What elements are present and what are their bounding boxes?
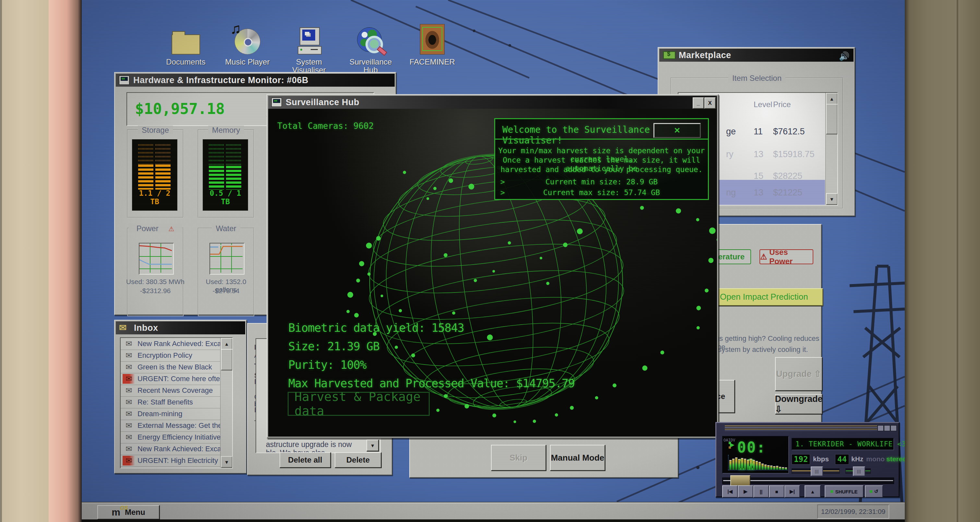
desktop-icon-music-player[interactable]: ♫Music Player — [220, 23, 275, 66]
inbox-list[interactable]: ✉New Rank Achieved: Excavato...✉Encrypti… — [120, 337, 233, 468]
balance-knob[interactable]: ||| — [853, 466, 865, 476]
delete-all-button[interactable]: Delete all — [280, 452, 331, 468]
minimize-button[interactable]: _ — [693, 97, 704, 109]
inbox-titlebar[interactable]: ✉ Inbox — [116, 321, 245, 334]
track-display[interactable]: 1. TEKRIDER - WORKLIFE <3:48> — [792, 438, 894, 450]
inbox-item[interactable]: ✉New Rank Achieved: Excavato... — [121, 443, 221, 455]
monitor-bezel-left — [49, 0, 82, 522]
water-group: Water Used: 1352.0 gallons -$278.54 — [198, 228, 254, 316]
balance-slider[interactable]: ||| — [845, 468, 871, 474]
envelope-icon: ✉ — [123, 421, 135, 431]
inbox-item[interactable]: ✉Recent News Coverage — [121, 385, 221, 397]
envelope-icon: ✉ — [123, 339, 135, 349]
samplerate-value: 44 — [835, 454, 849, 465]
repeat-button[interactable]: ↺ — [865, 485, 883, 498]
menu-button[interactable]: mOS Menu — [97, 505, 159, 519]
money-icon — [663, 51, 676, 59]
monitor-icon — [271, 98, 282, 107]
item-name-partial: ng — [726, 188, 736, 198]
play-indicator-icon: ▶ — [730, 441, 735, 448]
inbox-item[interactable]: ✉Energy Efficiency Initiative Upd... — [121, 431, 221, 444]
email-subject: New Rank Achieved: Excavato... — [137, 340, 233, 348]
shuffle-button[interactable]: SHUFFLE — [825, 485, 864, 498]
dialog-close-button[interactable]: ✕ — [654, 123, 701, 138]
room-wall-right — [905, 0, 980, 522]
dialog-body-line: harvested and added to your processing q… — [495, 165, 708, 174]
crt-screen: Documents♫Music PlayerSystemVisualiserSu… — [82, 0, 905, 522]
envelope-icon: ✉ — [119, 324, 130, 332]
memory-value: 0.5 / 1 TB — [203, 189, 248, 206]
inbox-item[interactable]: ✉Encryption Policy — [121, 350, 221, 362]
previous-track-button[interactable]: |◀ — [722, 485, 738, 498]
memory-label: Memory — [208, 126, 244, 134]
email-subject: Green is the New Black — [137, 363, 212, 371]
player-shade-icon[interactable] — [884, 425, 890, 431]
inbox-item[interactable]: ✉External Message: Get the edge... — [121, 420, 221, 432]
desktop-icon-system[interactable]: SystemVisualiser — [282, 23, 337, 74]
inbox-item[interactable]: ✉Green is the New Black — [121, 361, 221, 374]
player-close-icon[interactable] — [891, 425, 897, 431]
scroll-down-icon[interactable]: ▼ — [366, 439, 379, 451]
music-player: OAIDV ▶ 00: 12 1. TEKRIDER - WORKLIFE <3… — [715, 422, 900, 497]
inbox-item[interactable]: ✉Dream-mining — [121, 408, 221, 420]
inbox-item[interactable]: ✉URGENT: Come here often? — [121, 373, 221, 385]
desktop-icon-surveillance[interactable]: SurveillanceHub — [343, 23, 398, 74]
delete-button[interactable]: Delete — [335, 452, 381, 468]
seek-bar[interactable] — [722, 477, 894, 484]
marketplace-titlebar[interactable]: Marketplace 🔊 — [659, 49, 854, 62]
upgrade-button[interactable]: Upgrade ⇧ — [775, 357, 822, 391]
envelope-icon: ✉ — [123, 456, 135, 466]
player-titlebar[interactable] — [725, 426, 877, 431]
volume-knob[interactable]: ||| — [811, 466, 823, 476]
inbox-item[interactable]: ✉URGENT: High Electricity Usage — [121, 455, 221, 467]
next-track-button[interactable]: ▶| — [784, 485, 800, 498]
stop-button[interactable]: ■ — [769, 485, 784, 498]
desktop-icon-documents[interactable]: Documents — [158, 23, 213, 66]
scroll-thumb[interactable] — [826, 104, 838, 134]
memory-group: Memory 0.5 / 1 TB — [198, 129, 254, 218]
hardware-monitor-titlebar[interactable]: Hardware & Infrastructure Monitor: #06B — [116, 74, 395, 87]
marketplace-scrollbar[interactable]: ▲ ▼ — [825, 93, 837, 205]
scroll-up-icon[interactable]: ▲ — [826, 93, 838, 105]
icon-label: Documents — [158, 58, 213, 66]
clutterbar[interactable]: OAIDV — [724, 438, 728, 442]
item-price: $15918.75 — [773, 149, 815, 160]
storage-meter: 1.1 / 2 TB — [132, 139, 177, 211]
cd-icon: ♫ — [220, 23, 275, 54]
volume-slider[interactable]: ||| — [792, 468, 840, 474]
scroll-down-icon[interactable]: ▼ — [221, 456, 232, 468]
envelope-icon: ✉ — [123, 351, 135, 360]
column-price: Price — [773, 100, 791, 109]
harvest-package-button[interactable]: Harvest & Package data — [288, 392, 430, 416]
folder-icon — [158, 23, 213, 54]
surveillance-hub-titlebar[interactable]: Surveillance Hub _ X — [268, 96, 717, 109]
eject-button[interactable]: ▲ — [805, 485, 821, 498]
min-size-line: Current min size: 28.9 GB — [495, 177, 708, 186]
scroll-down-icon[interactable]: ▼ — [826, 193, 838, 205]
player-lcd: OAIDV ▶ 00: 12 — [722, 436, 789, 474]
skip-button[interactable]: Skip — [491, 445, 546, 471]
close-button[interactable]: X — [704, 97, 716, 109]
inbox-item[interactable]: ✉New Rank Achieved: Excavato... — [121, 338, 221, 350]
email-subject: URGENT: High Electricity Usage — [137, 457, 233, 465]
harvest-stat-line: Size: 21.39 GB — [288, 340, 379, 353]
bitrate-value: 192 — [792, 454, 810, 465]
balance-value: $10,957.18 — [135, 100, 225, 118]
inbox-window: ✉ Inbox ✉New Rank Achieved: Excavato...✉… — [114, 320, 247, 474]
inbox-item[interactable]: ✉Re: Staff Benefits — [121, 396, 221, 409]
downgrade-button[interactable]: Downgrade ⇩ — [775, 394, 822, 414]
desktop-icon-faceminer[interactable]: FACEMINER — [405, 23, 460, 66]
power-label: Power ⚠ — [129, 224, 182, 233]
globe-magnifier-icon — [343, 23, 398, 54]
speaker-icon[interactable]: 🔊 — [839, 51, 850, 61]
taskbar: mOS Menu 12/02/1999, 22:31:09 — [82, 503, 905, 519]
pause-button[interactable]: || — [753, 485, 769, 498]
welcome-dialog: Welcome to the Surveillance Visualiser! … — [494, 118, 709, 200]
inbox-scrollbar[interactable]: ▲ ▼ — [220, 338, 232, 468]
play-button[interactable]: ▶ — [738, 485, 753, 498]
scroll-thumb[interactable] — [221, 349, 232, 370]
manual-mode-button[interactable]: Manual Mode — [550, 445, 605, 471]
player-minimize-icon[interactable] — [878, 425, 884, 431]
seek-handle[interactable] — [730, 475, 750, 486]
scroll-up-icon[interactable]: ▲ — [221, 338, 232, 350]
